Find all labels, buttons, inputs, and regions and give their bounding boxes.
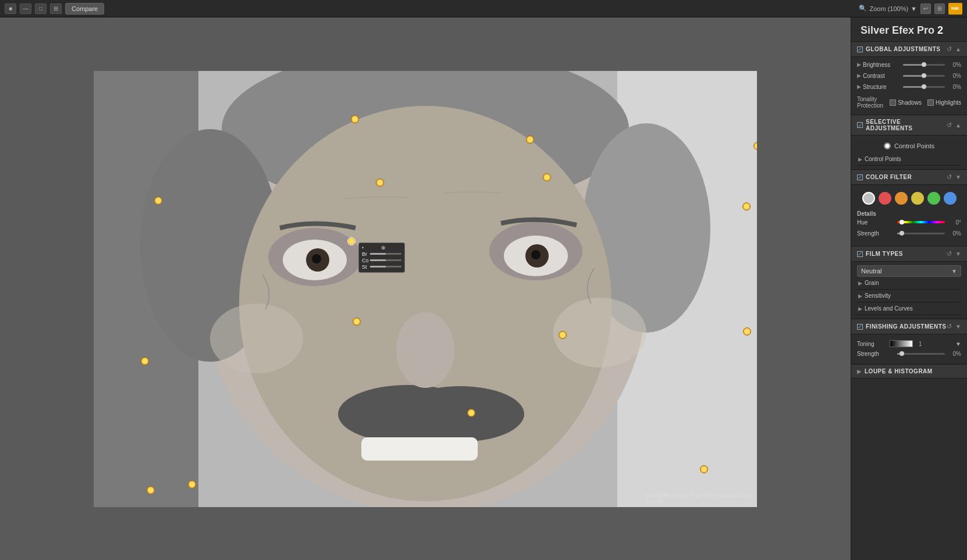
control-point-10[interactable] bbox=[559, 331, 567, 339]
control-point-7[interactable] bbox=[742, 202, 751, 211]
film-types-title: FILM TYPES bbox=[866, 251, 903, 257]
main-layout: • ⊕ Br Co St seb-p34k-hamel-FIJbi-40ufc-… bbox=[0, 17, 967, 560]
structure-label[interactable]: ▶ Structure bbox=[857, 84, 901, 90]
finishing-adj-check[interactable]: ✓ bbox=[857, 324, 863, 330]
brightness-label[interactable]: ▶ Brightness bbox=[857, 62, 901, 68]
section-color-filter[interactable]: ✓ COLOR FILTER ↺ ▼ bbox=[851, 170, 967, 185]
swatch-neutral[interactable] bbox=[862, 192, 875, 205]
window-restore-btn[interactable]: ⊞ bbox=[50, 3, 62, 14]
section-loupe-histogram[interactable]: ▶ LOUPE & HISTOGRAM bbox=[851, 365, 967, 379]
structure-row: ▶ Structure 0% bbox=[857, 83, 961, 91]
levels-curves-expand[interactable]: ▶ Levels and Curves bbox=[857, 302, 961, 315]
highlights-checkbox[interactable] bbox=[927, 99, 934, 106]
global-adj-check[interactable]: ✓ bbox=[857, 47, 863, 52]
control-points-expand[interactable]: ▶ Control Points bbox=[857, 153, 961, 166]
control-point-9[interactable] bbox=[353, 318, 361, 326]
contrast-value: 0% bbox=[947, 73, 961, 79]
panel-title: Silver Efex Pro 2 bbox=[851, 17, 967, 42]
toning-row: Toning 1 ▼ bbox=[857, 338, 961, 349]
finishing-adj-body: Toning 1 ▼ Strength 0% bbox=[851, 334, 967, 365]
toning-value: 1 bbox=[919, 341, 922, 347]
section-film-types[interactable]: ✓ FILM TYPES ↺ ▼ bbox=[851, 247, 967, 262]
film-types-body: Neutral ▼ ▶ Grain ▶ Sensitivity ▶ Levels… bbox=[851, 262, 967, 319]
brightness-value: 0% bbox=[947, 62, 961, 68]
global-adj-reset[interactable]: ↺ bbox=[947, 45, 952, 53]
color-strength-slider[interactable] bbox=[897, 229, 945, 237]
swatch-yellow[interactable] bbox=[911, 192, 924, 205]
window-min-btn[interactable]: — bbox=[20, 3, 31, 14]
control-point-4[interactable] bbox=[154, 197, 162, 205]
finishing-strength-slider[interactable] bbox=[897, 349, 945, 358]
film-dropdown[interactable]: Neutral ▼ bbox=[857, 265, 961, 277]
cp-radio-btn[interactable] bbox=[884, 142, 891, 149]
control-point-14[interactable] bbox=[147, 486, 155, 494]
canvas-area: • ⊕ Br Co St seb-p34k-hamel-FIJbi-40ufc-… bbox=[0, 17, 851, 560]
cp-label: Control Points bbox=[894, 142, 934, 149]
color-filter-details: Details Hue 0° Strength bbox=[857, 208, 961, 242]
section-selective-adjustments[interactable]: ✓ SELECTIVE ADJUSTMENTS ↺ ▲ bbox=[851, 115, 967, 135]
contrast-slider[interactable] bbox=[903, 72, 945, 80]
tonality-highlights[interactable]: Highlights bbox=[927, 99, 961, 106]
svg-point-21 bbox=[396, 312, 454, 388]
finishing-adj-reset[interactable]: ↺ bbox=[947, 323, 952, 330]
film-types-reset[interactable]: ↺ bbox=[947, 250, 952, 258]
control-point-1[interactable] bbox=[351, 115, 359, 123]
control-point-5[interactable] bbox=[376, 179, 384, 187]
brightness-slider[interactable] bbox=[903, 60, 945, 69]
popup-br-row: Br bbox=[362, 251, 401, 257]
tonality-row: Tonality Protection Shadows Highlights bbox=[857, 94, 961, 111]
section-finishing-adjustments[interactable]: ✓ FINISHING ADJUSTMENTS ↺ ▼ bbox=[851, 319, 967, 334]
settings-icon[interactable]: ⊞ bbox=[934, 3, 945, 14]
image-size: 5.1 MP bbox=[645, 498, 752, 505]
control-point-11[interactable] bbox=[743, 327, 751, 336]
color-strength-label: Strength bbox=[857, 230, 895, 237]
grain-expand[interactable]: ▶ Grain bbox=[857, 277, 961, 290]
finishing-adj-arrow: ▼ bbox=[955, 323, 961, 330]
hue-value: 0° bbox=[947, 219, 961, 226]
film-types-check[interactable]: ✓ bbox=[857, 251, 863, 257]
history-icon[interactable]: ↩ bbox=[920, 3, 931, 14]
selective-adj-reset[interactable]: ↺ bbox=[947, 122, 952, 129]
selective-adj-check[interactable]: ✓ bbox=[857, 122, 863, 128]
film-selected: Neutral bbox=[861, 267, 881, 274]
control-point-13[interactable] bbox=[188, 480, 196, 488]
image-info: seb-p34k-hamel-FIJbi-40ufc-unsplash.jpg … bbox=[645, 492, 752, 505]
toning-dropdown-arrow[interactable]: ▼ bbox=[955, 341, 961, 347]
nik-badge: NIK bbox=[948, 3, 962, 15]
window-max-btn[interactable]: □ bbox=[35, 3, 47, 14]
control-point-6[interactable] bbox=[543, 173, 551, 181]
zoom-dropdown-icon[interactable]: ▼ bbox=[911, 5, 917, 12]
control-point-8[interactable] bbox=[141, 357, 149, 365]
structure-slider[interactable] bbox=[903, 83, 945, 91]
swatch-blue[interactable] bbox=[944, 192, 957, 205]
svg-point-14 bbox=[312, 254, 321, 263]
hue-slider[interactable] bbox=[897, 218, 945, 226]
sensitivity-expand[interactable]: ▶ Sensitivity bbox=[857, 290, 961, 302]
control-point-15[interactable] bbox=[700, 465, 708, 473]
swatch-orange[interactable] bbox=[895, 192, 908, 205]
color-filter-reset[interactable]: ↺ bbox=[947, 173, 952, 181]
control-point-12[interactable] bbox=[467, 409, 475, 417]
structure-value: 0% bbox=[947, 84, 961, 90]
control-point-active[interactable] bbox=[347, 237, 355, 245]
contrast-label[interactable]: ▶ Contrast bbox=[857, 73, 901, 79]
swatch-green[interactable] bbox=[927, 192, 940, 205]
right-panel: Silver Efex Pro 2 ✓ GLOBAL ADJUSTMENTS ↺… bbox=[851, 17, 967, 560]
toning-swatch[interactable] bbox=[890, 340, 913, 347]
window-close-btn[interactable]: ■ bbox=[5, 3, 16, 14]
details-label: Details bbox=[857, 211, 961, 217]
compare-button[interactable]: Compare bbox=[65, 3, 104, 15]
control-point-2[interactable] bbox=[526, 135, 534, 144]
popup-st-row: St bbox=[362, 264, 401, 270]
section-global-adjustments[interactable]: ✓ GLOBAL ADJUSTMENTS ↺ ▲ bbox=[851, 42, 967, 57]
svg-rect-18 bbox=[361, 437, 478, 461]
global-adj-arrow: ▲ bbox=[955, 46, 961, 52]
tonality-shadows[interactable]: Shadows bbox=[890, 99, 922, 106]
svg-point-19 bbox=[210, 304, 303, 373]
image-filename: seb-p34k-hamel-FIJbi-40ufc-unsplash.jpg bbox=[645, 492, 752, 498]
color-swatches bbox=[857, 188, 961, 208]
swatch-red[interactable] bbox=[879, 192, 891, 205]
toning-label: Toning bbox=[857, 341, 886, 347]
color-filter-check[interactable]: ✓ bbox=[857, 174, 863, 180]
shadows-checkbox[interactable] bbox=[890, 99, 896, 106]
